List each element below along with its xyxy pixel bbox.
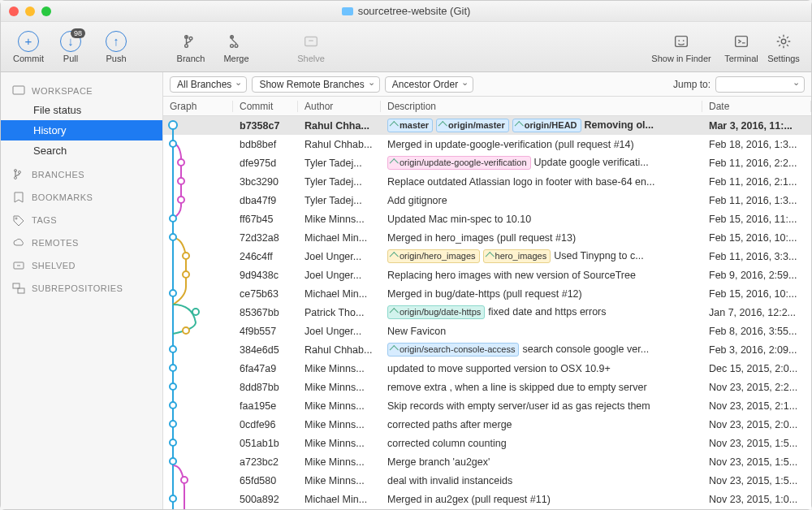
commit-hash: faa195e bbox=[233, 400, 298, 412]
commit-hash: dfe975d bbox=[233, 158, 298, 169]
table-row[interactable]: 9d9438cJoel Unger...Replacing hero image… bbox=[163, 266, 811, 284]
terminal-button[interactable]: Terminal bbox=[720, 28, 762, 63]
branch-tag[interactable]: master bbox=[387, 119, 433, 132]
branches-dropdown[interactable]: All Branches bbox=[170, 76, 247, 93]
gear-icon bbox=[773, 31, 794, 52]
table-row[interactable]: a723bc2Mike Minns...Merge branch 'au2gex… bbox=[163, 452, 811, 471]
table-row[interactable]: 85367bbPatrick Tho...origin/bug/date-htt… bbox=[163, 303, 811, 322]
table-row[interactable]: 65fd580Mike Minns...deal with invalid in… bbox=[163, 471, 811, 490]
commit-hash: ff67b45 bbox=[233, 214, 298, 225]
minimize-icon[interactable] bbox=[25, 6, 35, 16]
table-row[interactable]: 6fa47a9Mike Minns...updated to move supp… bbox=[163, 359, 811, 378]
push-button[interactable]: ↑ Push bbox=[95, 28, 137, 63]
branch-tag[interactable]: origin/hero_images bbox=[387, 249, 480, 263]
close-icon[interactable] bbox=[9, 6, 19, 16]
col-graph[interactable]: Graph bbox=[163, 101, 233, 112]
col-commit[interactable]: Commit bbox=[233, 101, 298, 112]
sidebar-section-bookmarks[interactable]: BOOKMARKS bbox=[1, 184, 162, 206]
sidebar-section-remotes[interactable]: REMOTES bbox=[1, 229, 162, 252]
col-description[interactable]: Description bbox=[381, 101, 702, 112]
table-row[interactable]: 0cdfe96Mike Minns...corrected paths afte… bbox=[163, 415, 811, 434]
order-dropdown[interactable]: Ancestor Order bbox=[385, 76, 473, 93]
commit-button[interactable]: + Commit bbox=[7, 28, 50, 63]
sidebar-section-subrepos[interactable]: SUBREPOSITORIES bbox=[1, 274, 162, 297]
shelve-button[interactable]: Shelve bbox=[290, 28, 332, 63]
commit-description: Merged in bug/date-https (pull request #… bbox=[381, 288, 702, 300]
grid-header: Graph Commit Author Description Date bbox=[163, 97, 811, 116]
sidebar-section-tags[interactable]: TAGS bbox=[1, 206, 162, 229]
branch-tag[interactable]: origin/master bbox=[436, 119, 509, 132]
svg-point-3 bbox=[683, 40, 685, 41]
table-row[interactable]: faa195eMike Minns...Skip records with em… bbox=[163, 396, 811, 415]
pull-badge: 98 bbox=[71, 28, 85, 38]
commit-description: origin/bug/date-httpsfixed date and http… bbox=[381, 305, 702, 319]
jump-to-input[interactable] bbox=[715, 76, 805, 93]
sidebar-item-history[interactable]: History bbox=[1, 120, 162, 140]
shelve-label: Shelve bbox=[297, 54, 325, 63]
branch-tag[interactable]: origin/bug/date-https bbox=[387, 305, 485, 319]
table-row[interactable]: 051ab1bMike Minns... corrected column co… bbox=[163, 434, 811, 452]
sidebar-section-branches[interactable]: BRANCHES bbox=[1, 161, 162, 184]
table-row[interactable]: 246c4ffJoel Unger...origin/hero_imageshe… bbox=[163, 247, 811, 266]
commit-description: corrected paths after merge bbox=[381, 419, 702, 430]
show-in-finder-button[interactable]: Show in Finder bbox=[642, 28, 720, 63]
titlebar: sourcetree-website (Git) bbox=[1, 1, 811, 22]
table-row[interactable]: 500a892Michael Min...Merged in au2gex (p… bbox=[163, 490, 811, 508]
tags-label: TAGS bbox=[32, 215, 57, 225]
commit-date: Feb 15, 2016, 10:... bbox=[702, 288, 811, 300]
sidebar-section-shelved[interactable]: SHELVED bbox=[1, 252, 162, 274]
commit-author: Patrick Tho... bbox=[298, 307, 381, 318]
commit-hash: 4f9b557 bbox=[233, 326, 298, 337]
commit-description: Merged in update-google-verification (pu… bbox=[381, 139, 702, 150]
commit-hash: 3bc3290 bbox=[233, 176, 298, 188]
table-row[interactable]: ce75b63Michael Min...Merged in bug/date-… bbox=[163, 284, 811, 303]
commit-hash: 0cdfe96 bbox=[233, 419, 298, 430]
table-row[interactable]: dfe975dTyler Tadej...origin/update-googl… bbox=[163, 153, 811, 172]
table-row[interactable]: bdb8befRahul Chhab...Merged in update-go… bbox=[163, 135, 811, 153]
col-author[interactable]: Author bbox=[298, 101, 381, 112]
table-row[interactable]: 4f9b557Joel Unger...New FaviconFeb 8, 20… bbox=[163, 322, 811, 340]
maximize-icon[interactable] bbox=[41, 6, 51, 16]
commit-date: Feb 15, 2016, 11:... bbox=[702, 214, 811, 225]
col-date[interactable]: Date bbox=[702, 101, 811, 112]
table-row[interactable]: 8dd87bbMike Minns...remove extra , when … bbox=[163, 378, 811, 396]
commit-hash: 500a892 bbox=[233, 494, 298, 505]
commit-hash: 8dd87bb bbox=[233, 382, 298, 393]
body: WORKSPACE File status History Search BRA… bbox=[1, 72, 811, 509]
branch-tag[interactable]: origin/update-google-verification bbox=[387, 156, 531, 170]
table-row[interactable]: 3bc3290Tyler Tadej...Replace outdated At… bbox=[163, 172, 811, 191]
commit-description: Add gitignore bbox=[381, 195, 702, 206]
commit-author: Joel Unger... bbox=[298, 326, 381, 337]
commit-description: Merged in au2gex (pull request #11) bbox=[381, 494, 702, 505]
branch-tag[interactable]: origin/search-console-access bbox=[387, 343, 519, 357]
commit-date: Feb 11, 2016, 3:3... bbox=[702, 251, 811, 262]
sidebar: WORKSPACE File status History Search BRA… bbox=[1, 72, 163, 509]
sidebar-item-search[interactable]: Search bbox=[1, 140, 162, 161]
branch-icon bbox=[180, 31, 201, 52]
commit-description: corrected column counting bbox=[381, 438, 702, 449]
table-row[interactable]: 384e6d5Rahul Chhab...origin/search-conso… bbox=[163, 340, 811, 359]
commit-date: Dec 15, 2015, 2:0... bbox=[702, 363, 811, 374]
commit-description: Skip records with empty server/user id a… bbox=[381, 400, 702, 412]
commit-author: Tyler Tadej... bbox=[298, 176, 381, 188]
commit-date: Nov 23, 2015, 1:0... bbox=[702, 494, 811, 505]
merge-button[interactable]: Merge bbox=[215, 28, 257, 63]
table-row[interactable]: b7358c7Rahul Chha...masterorigin/mastero… bbox=[163, 116, 811, 135]
table-row[interactable]: ff67b45Mike Minns...Updated Mac min-spec… bbox=[163, 210, 811, 228]
bookmarks-label: BOOKMARKS bbox=[32, 192, 93, 202]
commit-author: Mike Minns... bbox=[298, 475, 381, 486]
commit-hash: a723bc2 bbox=[233, 456, 298, 468]
pull-button[interactable]: ↓ 98 Pull bbox=[50, 28, 92, 63]
branch-button[interactable]: Branch bbox=[170, 28, 212, 63]
settings-button[interactable]: Settings bbox=[762, 28, 805, 63]
table-row[interactable]: dba47f9Tyler Tadej...Add gitignoreFeb 11… bbox=[163, 191, 811, 210]
table-row[interactable]: 72d32a8Michael Min...Merged in hero_imag… bbox=[163, 228, 811, 247]
branch-tag[interactable]: origin/HEAD bbox=[512, 119, 581, 132]
commit-author: Rahul Chhab... bbox=[298, 344, 381, 356]
commit-hash: 65fd580 bbox=[233, 475, 298, 486]
sidebar-item-file-status[interactable]: File status bbox=[1, 100, 162, 120]
remote-branches-dropdown[interactable]: Show Remote Branches bbox=[252, 76, 379, 93]
merge-icon bbox=[226, 31, 247, 52]
sidebar-section-workspace[interactable]: WORKSPACE bbox=[1, 77, 162, 100]
branch-tag[interactable]: hero_images bbox=[483, 249, 551, 263]
